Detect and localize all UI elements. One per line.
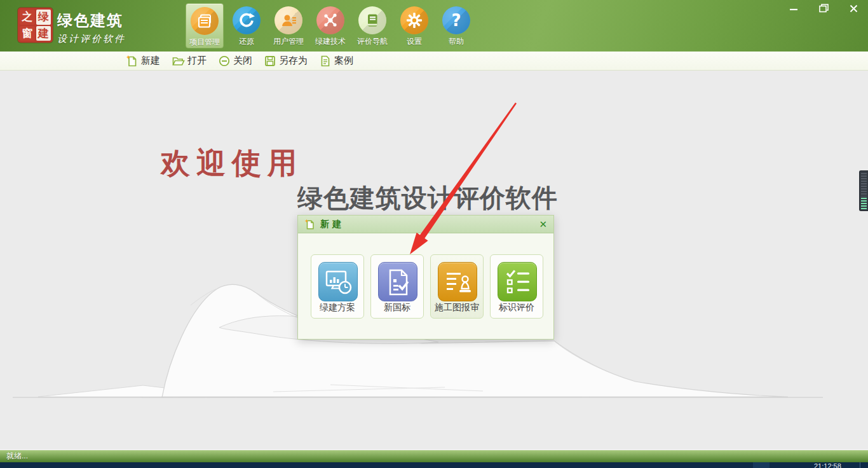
project-management-icon [191,7,219,35]
status-text: 就绪... [6,451,28,462]
toolbar-item-label: 关闭 [233,55,252,67]
seal-char: 绿 [36,10,51,25]
minimize-icon[interactable] [788,3,799,13]
drawing-review-stamp-icon [438,262,477,301]
window-controls [788,3,859,13]
ribbon-item-label: 还原 [239,36,254,47]
toolbar-item-new[interactable]: 新建 [126,55,160,67]
seal-char: 窗 [20,26,35,41]
card-label: 标识评价 [491,302,543,313]
evaluation-nav-icon [358,6,386,34]
ribbon-item-green-tech[interactable]: 绿建技术 [311,3,349,48]
ribbon-item-user-management[interactable]: 用户管理 [269,3,308,48]
toolbar-item-label: 打开 [187,55,207,67]
taskbar-clock: 21:12:58 [814,462,841,468]
ribbon-item-label: 绿建技术 [315,36,346,47]
toolbar-item-open[interactable]: 打开 [172,55,207,67]
app-title: 绿色建筑 [57,10,126,31]
card-label: 绿建方案 [311,302,363,313]
save-as-icon [264,55,276,67]
title-bar: 之 绿 窗 建 绿色建筑 设计评价软件 项目管理 [0,0,868,52]
seal-char: 建 [36,26,51,41]
status-bar: 就绪... [0,450,868,462]
card-label: 新国标 [371,302,423,313]
app-logo-seal: 之 绿 窗 建 [18,8,53,43]
widget-stripes-green [861,198,867,209]
card-construction-drawing-review[interactable]: 施工图报审 [430,254,484,319]
taskbar-button[interactable] [753,462,770,468]
dialog-title: 新建 [320,219,344,230]
green-tech-icon [316,6,344,34]
toolbar-item-close[interactable]: 关闭 [218,55,252,67]
ribbon-item-label: 用户管理 [273,36,304,47]
ribbon-item-label: 项目管理 [189,37,220,48]
main-workspace: 欢迎使用 绿色建筑设计评价软件 新建 ✕ [0,71,868,450]
os-taskbar[interactable]: 21:12:58 [0,462,868,468]
chart-monitor-clock-icon [318,262,358,301]
dialog-header[interactable]: 新建 ✕ [298,216,553,233]
brand-block: 绿色建筑 设计评价软件 [57,10,126,45]
help-icon: ? [442,6,470,34]
document-check-icon [378,262,417,301]
welcome-subheadline: 绿色建筑设计评价软件 [297,181,558,216]
card-label-evaluation[interactable]: 标识评价 [490,254,543,319]
ribbon-item-label: 设置 [407,36,422,47]
ribbon-item-settings[interactable]: 设置 [395,3,433,48]
ribbon-item-label: 评价导航 [357,36,388,47]
docked-side-widget[interactable] [859,170,868,211]
ribbon-item-help[interactable]: ? 帮助 [437,3,475,48]
close-icon[interactable] [848,3,859,13]
toolbar-item-label: 案例 [334,55,353,67]
application-window: 之 绿 窗 建 绿色建筑 设计评价软件 项目管理 [0,0,868,468]
case-document-icon [319,55,332,67]
show-desktop-separator[interactable] [860,462,860,468]
file-toolbar: 新建 打开 关闭 另存为 [0,52,868,71]
ribbon-item-evaluation-nav[interactable]: 评价导航 [353,3,391,48]
ribbon-item-label: 帮助 [449,36,464,47]
app-subtitle: 设计评价软件 [57,33,126,45]
toolbar-item-label: 另存为 [279,55,308,67]
toolbar-item-label: 新建 [141,55,160,67]
toolbar-item-save-as[interactable]: 另存为 [264,55,308,67]
restore-view-icon [233,6,261,34]
card-green-building-plan[interactable]: 绿建方案 [311,254,364,319]
ribbon-item-project-management[interactable]: 项目管理 [186,3,224,48]
ribbon-item-restore[interactable]: 还原 [227,3,266,48]
user-management-icon [275,6,302,34]
restore-window-icon[interactable] [818,3,829,13]
checklist-icon [498,262,537,301]
card-new-national-standard[interactable]: 新国标 [370,254,424,319]
seal-char: 之 [20,10,35,25]
close-circle-icon [218,55,231,67]
ribbon-toolbar: 项目管理 还原 [186,3,475,48]
toolbar-item-case[interactable]: 案例 [319,55,353,67]
welcome-headline: 欢迎使用 [161,144,303,183]
new-document-icon [304,219,316,230]
question-mark-glyph: ? [451,11,461,30]
new-project-dialog: 新建 ✕ [297,215,554,340]
settings-gear-icon [400,6,428,34]
card-label: 施工图报审 [431,302,483,313]
open-folder-icon [172,55,185,67]
widget-stripes-dark [861,173,867,196]
new-document-icon [126,55,139,67]
dialog-close-icon[interactable]: ✕ [539,219,547,229]
